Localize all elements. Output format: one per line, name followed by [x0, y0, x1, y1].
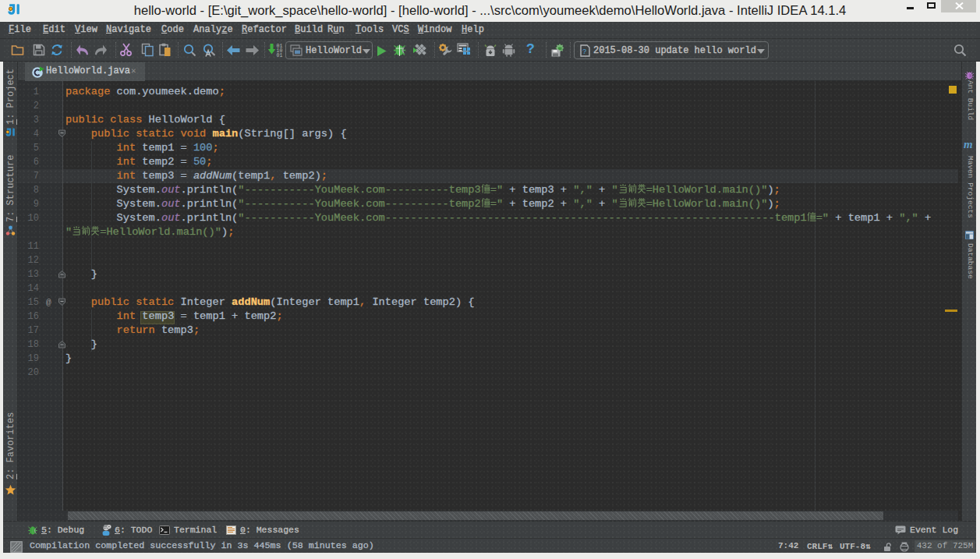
svg-text:01: 01 — [277, 53, 283, 58]
svg-text:?: ? — [582, 48, 586, 56]
